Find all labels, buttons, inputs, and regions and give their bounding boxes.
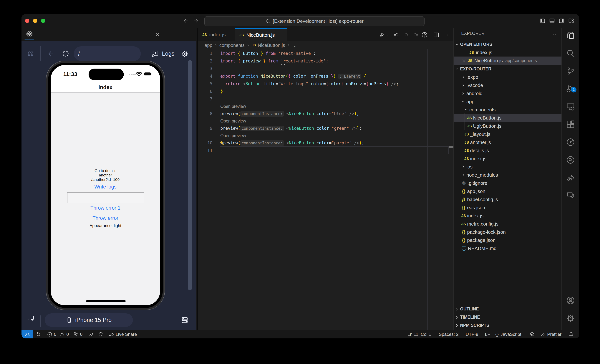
magnet-icon[interactable] bbox=[27, 50, 35, 58]
tree-item-index.js[interactable]: JSindex.js bbox=[454, 212, 562, 220]
activity-radon-run-icon[interactable] bbox=[566, 138, 575, 147]
command-center[interactable]: [Extension Development Host] expo-router bbox=[204, 16, 424, 26]
status-sync-item[interactable] bbox=[98, 330, 103, 338]
open-editors-header[interactable]: OPEN EDITORS bbox=[454, 40, 562, 48]
activity-search-icon[interactable] bbox=[566, 49, 575, 58]
code-line-1[interactable]: 1import { Button } from 'react-native'; bbox=[198, 50, 453, 57]
logs-button[interactable]: Logs bbox=[151, 46, 174, 61]
throw-error-1-button[interactable]: Throw error 1 bbox=[51, 205, 160, 211]
throw-error-button[interactable]: Throw error bbox=[51, 215, 160, 221]
toggle-panel-icon[interactable] bbox=[549, 18, 555, 24]
code-line-5[interactable]: 5 return <Button title="Write logs" colo… bbox=[198, 80, 453, 88]
device-select-button[interactable]: iPhone 15 Pro bbox=[45, 313, 133, 327]
tree-item-.gitignore[interactable]: .gitignore bbox=[454, 179, 562, 187]
radon-ide-logo-icon[interactable] bbox=[26, 31, 33, 37]
traffic-minimize-button[interactable] bbox=[33, 19, 37, 23]
sim-back-icon[interactable] bbox=[47, 50, 54, 58]
tree-item-README.md[interactable]: README.md bbox=[454, 244, 562, 252]
inspect-element-icon[interactable] bbox=[27, 315, 35, 323]
code-line-8[interactable]: 8preview(componentInstance: <NiceButton … bbox=[198, 110, 453, 118]
settings-gear-icon[interactable] bbox=[566, 314, 575, 323]
tree-item-NiceButton.js[interactable]: JSNiceButton.js bbox=[454, 114, 562, 122]
current-change-icon[interactable] bbox=[403, 32, 409, 38]
breadcrumb-symbol[interactable]: … bbox=[292, 43, 297, 48]
open-editor-NiceButton.js[interactable]: JSNiceButton.jsapp/components bbox=[454, 56, 562, 65]
activity-search-tools-icon[interactable] bbox=[566, 156, 575, 164]
close-editor-icon[interactable] bbox=[462, 58, 466, 63]
status-debug-item[interactable] bbox=[89, 330, 94, 338]
nav-back-icon[interactable] bbox=[183, 18, 189, 24]
tree-item-android[interactable]: android bbox=[454, 89, 562, 97]
tree-item-eas.json[interactable]: {}eas.json bbox=[454, 204, 562, 212]
sim-settings-gear-icon[interactable] bbox=[181, 50, 189, 58]
timeline-header[interactable]: TIMELINE bbox=[454, 313, 562, 321]
status-cursor-position[interactable]: Ln 11, Col 1 bbox=[407, 330, 431, 338]
tree-item-.expo[interactable]: .expo bbox=[454, 73, 562, 81]
sim-url-bar[interactable]: / bbox=[74, 46, 141, 61]
tree-item-metro.config.js[interactable]: JSmetro.config.js bbox=[454, 220, 562, 228]
code-line-7[interactable]: 7 bbox=[198, 95, 453, 103]
status-copilot[interactable] bbox=[529, 330, 535, 338]
tree-item-babel.config.js[interactable]: βbabel.config.js bbox=[454, 195, 562, 204]
status-notifications[interactable] bbox=[568, 330, 574, 338]
workspace-header[interactable]: EXPO-ROUTER bbox=[454, 65, 562, 73]
tree-item-UglyButton.js[interactable]: JSUglyButton.js bbox=[454, 122, 562, 130]
account-icon[interactable] bbox=[566, 296, 575, 305]
open-editor-index.js[interactable]: JSindex.js bbox=[454, 48, 562, 56]
sidebar-more-actions-icon[interactable] bbox=[551, 31, 556, 37]
tree-item-details.js[interactable]: JSdetails.js bbox=[454, 146, 562, 155]
code-line-10[interactable]: 10preview(componentInstance: <NiceButton… bbox=[198, 139, 453, 147]
activity-comments-icon[interactable] bbox=[566, 191, 575, 200]
ai-sparkle-icon[interactable] bbox=[218, 140, 225, 146]
code-editor[interactable]: 1import { Button } from 'react-native';2… bbox=[198, 49, 453, 330]
status-indentation[interactable]: Spaces: 2 bbox=[439, 330, 459, 338]
remote-indicator[interactable] bbox=[21, 330, 33, 338]
tree-item-_layout.js[interactable]: JS_layout.js bbox=[454, 130, 562, 138]
tab-nicebutton-js[interactable]: JS NiceButton.js bbox=[235, 28, 287, 41]
tree-item-app.json[interactable]: {}app.json bbox=[454, 187, 562, 195]
status-formatter[interactable]: Prettier bbox=[540, 330, 562, 338]
go-to-details-text[interactable]: Go to details bbox=[51, 168, 160, 173]
codelens-open-preview[interactable]: Open preview bbox=[220, 118, 476, 125]
tree-item-package.json[interactable]: {}package.json bbox=[454, 236, 562, 244]
code-line-3[interactable]: 3 bbox=[198, 65, 453, 73]
sim-reload-icon[interactable] bbox=[62, 50, 69, 58]
tab-index-js[interactable]: JS index.js bbox=[198, 28, 235, 41]
activity-remote-explorer-icon[interactable] bbox=[566, 102, 575, 111]
tree-item-.vscode[interactable]: .vscode bbox=[454, 81, 562, 89]
device-settings-toggles-icon[interactable] bbox=[181, 316, 189, 324]
npm-scripts-header[interactable]: NPM SCRIPTS bbox=[454, 321, 562, 329]
split-editor-icon[interactable] bbox=[433, 32, 439, 38]
traffic-zoom-button[interactable] bbox=[41, 19, 45, 23]
code-line-9[interactable]: 9preview(componentInstance: <NiceButton … bbox=[198, 125, 453, 132]
breadcrumbs[interactable]: app components JS NiceButton.js … bbox=[205, 41, 297, 49]
status-language[interactable]: {} JavaScript bbox=[495, 330, 521, 338]
source-control-circle-icon[interactable] bbox=[421, 32, 428, 38]
activity-live-share-icon[interactable] bbox=[566, 173, 575, 182]
tree-item-index.js[interactable]: JSindex.js bbox=[454, 155, 562, 163]
phone-text-input[interactable] bbox=[67, 192, 144, 203]
webview-scrollbar[interactable] bbox=[188, 60, 192, 290]
activity-source-control-icon[interactable] bbox=[566, 66, 575, 75]
write-logs-button[interactable]: Write logs bbox=[51, 184, 160, 190]
code-line-4[interactable]: 4export function NiceButton({ color, onP… bbox=[198, 73, 453, 80]
activity-explorer-icon[interactable] bbox=[566, 31, 575, 40]
outline-header[interactable]: OUTLINE bbox=[454, 305, 562, 313]
status-live-share-item[interactable]: Live Share bbox=[109, 330, 137, 338]
breadcrumb-app[interactable]: app bbox=[205, 43, 212, 48]
toggle-right-sidebar-icon[interactable] bbox=[559, 18, 564, 24]
status-ports-item[interactable]: 0 bbox=[73, 330, 83, 338]
tree-item-package-lock.json[interactable]: {}package-lock.json bbox=[454, 228, 562, 236]
activity-extensions-icon[interactable] bbox=[566, 120, 575, 129]
codelens-open-preview[interactable]: Open preview bbox=[220, 132, 476, 139]
run-or-debug-icon[interactable] bbox=[379, 32, 385, 38]
status-problems-item[interactable]: 0 0 bbox=[47, 330, 69, 338]
tree-item-another.js[interactable]: JSanother.js bbox=[454, 138, 562, 146]
run-dropdown-chevron-icon[interactable] bbox=[386, 33, 390, 37]
another-link-text[interactable]: another bbox=[51, 173, 160, 177]
editor-more-actions-icon[interactable] bbox=[443, 32, 449, 38]
breadcrumb-components[interactable]: components bbox=[219, 43, 244, 48]
code-line-6[interactable]: 6} bbox=[198, 88, 453, 95]
breadcrumb-file[interactable]: NiceButton.js bbox=[258, 43, 285, 48]
another-id-link-text[interactable]: /another?id=100 bbox=[51, 177, 160, 182]
